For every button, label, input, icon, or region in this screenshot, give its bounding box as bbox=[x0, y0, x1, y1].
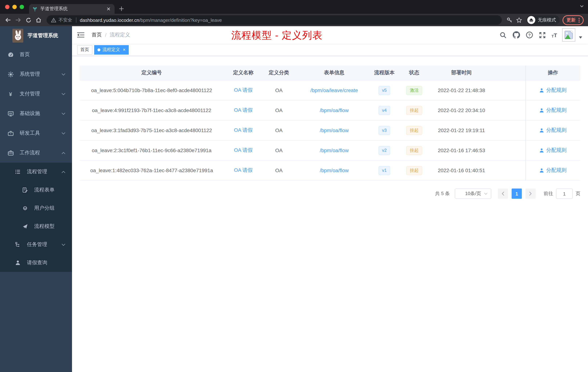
window-close-button[interactable] bbox=[5, 5, 10, 9]
sidebar-logo[interactable]: 芋道管理系统 bbox=[0, 26, 72, 45]
briefcase-icon bbox=[7, 150, 14, 156]
version-badge: v2 bbox=[378, 146, 390, 155]
sidebar-item-task-management[interactable]: 任务管理 bbox=[0, 236, 72, 254]
navbar-actions: ? TT bbox=[499, 28, 588, 42]
cell-definition-id: oa_leave:4:991f2193-7b7f-11ec-a3c8-acde4… bbox=[92, 107, 211, 113]
definition-name-link[interactable]: OA 请假 bbox=[234, 87, 253, 94]
definition-name-link[interactable]: OA 请假 bbox=[234, 167, 253, 174]
forward-button[interactable] bbox=[13, 15, 23, 25]
definition-name-link[interactable]: OA 请假 bbox=[234, 127, 253, 134]
pagination-total: 共 5 条 bbox=[435, 190, 450, 197]
cell-deploy-time: 2022-01-22 21:48:38 bbox=[438, 87, 485, 93]
version-badge: v1 bbox=[378, 166, 390, 175]
prev-page-button[interactable] bbox=[498, 188, 508, 199]
person-icon bbox=[15, 260, 21, 266]
sidebar-item-label: 流程表单 bbox=[34, 187, 54, 193]
table-body: oa_leave:5:004b710b-7b8a-11ec-8ef0-acde4… bbox=[80, 80, 580, 181]
chevron-down-icon bbox=[484, 193, 488, 195]
cell-deploy-time: 2022-01-16 17:46:53 bbox=[438, 147, 485, 153]
paper-plane-icon bbox=[22, 223, 28, 229]
sidebar-item-label: 请假查询 bbox=[27, 260, 47, 266]
sidebar-item-dev-tools[interactable]: 研发工具 bbox=[0, 123, 72, 143]
sidebar-item-system[interactable]: 系统管理 bbox=[0, 65, 72, 84]
tab-search-caret-icon[interactable] bbox=[580, 5, 584, 7]
assign-rule-link[interactable]: 分配规则 bbox=[546, 127, 567, 134]
toolbox-icon bbox=[7, 130, 14, 136]
assign-rule-link[interactable]: 分配规则 bbox=[546, 147, 567, 153]
url-path: /bpm/manager/definition?key=oa_leave bbox=[139, 17, 222, 23]
tag-close-icon[interactable] bbox=[123, 48, 126, 51]
search-icon[interactable] bbox=[499, 31, 507, 39]
definition-name-link[interactable]: OA 请假 bbox=[234, 107, 253, 114]
monitor-icon bbox=[7, 110, 14, 117]
sidebar-item-payment[interactable]: ¥ 支付管理 bbox=[0, 84, 72, 104]
pager: 1 bbox=[498, 188, 536, 199]
browser-tab[interactable]: 芋道管理系统 bbox=[29, 4, 115, 14]
github-icon[interactable] bbox=[512, 31, 520, 39]
next-page-button[interactable] bbox=[525, 188, 536, 199]
window-maximize-button[interactable] bbox=[20, 5, 24, 9]
sidebar-item-user-group[interactable]: 用户分组 bbox=[0, 199, 72, 217]
home-button[interactable] bbox=[33, 15, 44, 25]
tag-home[interactable]: 首页 bbox=[77, 45, 92, 55]
column-header-form-info: 表单信息 bbox=[295, 69, 373, 76]
column-header-process-version: 流程版本 bbox=[373, 69, 395, 76]
form-link[interactable]: /bpm/oa/flow bbox=[320, 127, 349, 133]
avatar[interactable] bbox=[562, 28, 575, 42]
fullscreen-icon[interactable] bbox=[538, 31, 546, 39]
cell-category: OA bbox=[275, 87, 283, 93]
sidebar-item-process-form[interactable]: 流程表单 bbox=[0, 181, 72, 199]
goto-page-input[interactable] bbox=[556, 188, 573, 199]
sidebar-item-infrastructure[interactable]: 基础设施 bbox=[0, 104, 72, 123]
font-size-icon[interactable]: TT bbox=[551, 32, 557, 38]
sidebar-collapse-icon[interactable] bbox=[77, 32, 85, 38]
sidebar-item-label: 任务管理 bbox=[27, 241, 47, 248]
cell-deploy-time: 2022-01-22 19:19:11 bbox=[438, 127, 485, 133]
assign-rule-link[interactable]: 分配规则 bbox=[546, 107, 567, 114]
table-row: oa_leave:3:1fad3d93-7b75-11ec-a3c8-acde4… bbox=[80, 120, 580, 141]
url-bar[interactable]: 不安全 dashboard.yudao.iocoder.cn/bpm/manag… bbox=[47, 15, 502, 25]
column-header-deploy-time: 部署时间 bbox=[433, 69, 490, 76]
assign-user-icon bbox=[539, 148, 544, 153]
tab-title: 芋道管理系统 bbox=[40, 6, 105, 12]
sidebar-item-home[interactable]: 首页 bbox=[0, 45, 72, 65]
sidebar-item-label: 用户分组 bbox=[34, 205, 54, 211]
form-link[interactable]: /bpm/oa/flow bbox=[320, 167, 349, 173]
chevron-down-icon bbox=[62, 93, 65, 95]
form-link[interactable]: /bpm/oa/flow bbox=[320, 147, 349, 153]
breadcrumb-home[interactable]: 首页 bbox=[92, 32, 102, 38]
form-link[interactable]: /bpm/oa/flow bbox=[320, 107, 349, 113]
sidebar-item-workflow[interactable]: 工作流程 bbox=[0, 143, 72, 163]
reload-button[interactable] bbox=[23, 15, 33, 25]
assign-rule-link[interactable]: 分配规则 bbox=[546, 87, 567, 94]
avatar-caret-icon[interactable] bbox=[579, 36, 582, 39]
chevron-down-icon bbox=[62, 132, 65, 134]
page-number-button[interactable]: 1 bbox=[512, 188, 522, 199]
page-size-select[interactable]: 10条/页 bbox=[455, 188, 491, 199]
sidebar-item-process-model[interactable]: 流程模型 bbox=[0, 217, 72, 236]
breadcrumb: 首页 / 流程定义 bbox=[92, 32, 130, 38]
column-header-definition-id: 定义编号 bbox=[80, 69, 224, 76]
cell-category: OA bbox=[275, 127, 283, 133]
tag-process-definition[interactable]: 流程定义 bbox=[94, 45, 129, 55]
assign-user-icon bbox=[539, 108, 544, 113]
new-tab-button[interactable] bbox=[117, 4, 126, 13]
browser-update-button[interactable]: 更新 bbox=[563, 15, 584, 25]
window-minimize-button[interactable] bbox=[12, 5, 17, 9]
form-link[interactable]: /bpm/oa/leave/create bbox=[310, 87, 358, 93]
tab-close-icon[interactable] bbox=[105, 6, 111, 12]
workflow-submenu: 流程管理 流程表单 用户分组 bbox=[0, 163, 72, 272]
cell-deploy-time: 2022-01-16 01:40:51 bbox=[438, 167, 485, 173]
browser-menu-kebab-icon[interactable] bbox=[578, 18, 580, 22]
back-button[interactable] bbox=[3, 15, 13, 25]
cell-definition-id: oa_leave:2:3c1f0ef1-76b1-11ec-9c66-a2380… bbox=[92, 147, 211, 153]
sidebar-item-process-management[interactable]: 流程管理 bbox=[0, 163, 72, 181]
definition-name-link[interactable]: OA 请假 bbox=[234, 147, 253, 153]
incognito-badge: 无痕模式 bbox=[526, 15, 560, 25]
bookmark-star-icon[interactable] bbox=[514, 15, 524, 25]
list-icon bbox=[15, 169, 21, 175]
sidebar-item-leave-query[interactable]: 请假查询 bbox=[0, 254, 72, 272]
assign-rule-link[interactable]: 分配规则 bbox=[546, 167, 567, 174]
help-icon[interactable]: ? bbox=[525, 31, 533, 39]
password-key-icon[interactable] bbox=[505, 15, 514, 25]
